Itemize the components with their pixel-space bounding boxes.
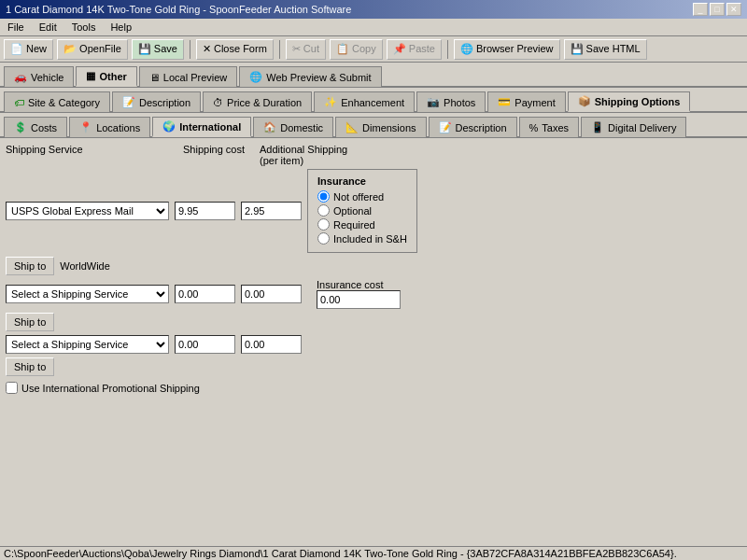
window-title: 1 Carat Diamond 14K Two-Tone Gold Ring -…: [6, 4, 351, 15]
domestic-icon: 🏠: [263, 121, 276, 133]
shipping-service-label: Shipping Service: [6, 144, 83, 155]
insurance-required-radio[interactable]: [317, 218, 330, 231]
insurance-cost-input[interactable]: [317, 290, 401, 309]
site-icon: 🏷: [14, 97, 24, 108]
dimensions-icon: 📐: [345, 121, 359, 133]
tab-row-3: 💲 Costs 📍 Locations 🌍 International 🏠 Do…: [0, 113, 747, 138]
photos-icon: 📷: [427, 96, 440, 108]
tab-taxes[interactable]: % Taxes: [519, 117, 580, 137]
digital-icon: 📱: [591, 121, 604, 133]
tab-other[interactable]: ▦ Other: [76, 66, 136, 87]
costs-icon: 💲: [14, 121, 27, 133]
tab-vehicle[interactable]: 🚗 Vehicle: [4, 66, 74, 87]
promotional-label: Use International Promotional Shipping: [21, 383, 200, 394]
shipping-service-select-1[interactable]: USPS Global Express Mail: [6, 202, 169, 220]
desc-icon: 📝: [122, 96, 135, 108]
promotional-row: Use International Promotional Shipping: [6, 382, 741, 394]
insurance-cost-label: Insurance cost: [317, 279, 384, 290]
tab-digital-delivery[interactable]: 📱 Digital Delivery: [581, 117, 686, 137]
other-icon: ▦: [86, 70, 95, 82]
tab-row-2: 🏷 Site & Category 📝 Description ⏱ Price …: [0, 88, 747, 113]
shipping-cost-label: Shipping cost: [183, 144, 245, 155]
window-controls[interactable]: _ □ ✕: [693, 3, 741, 16]
insurance-title: Insurance: [317, 175, 407, 187]
shipping-icon: 📦: [578, 95, 591, 107]
insurance-optional-row: Optional: [317, 204, 407, 217]
insurance-included-label: Included in S&H: [333, 233, 407, 245]
insurance-optional-radio[interactable]: [317, 204, 330, 217]
vehicle-icon: 🚗: [14, 71, 27, 83]
payment-icon: 💳: [498, 96, 511, 108]
insurance-required-row: Required: [317, 218, 407, 231]
insurance-included-row: Included in S&H: [317, 232, 407, 245]
title-bar: 1 Carat Diamond 14K Two-Tone Gold Ring -…: [0, 0, 747, 19]
copy-button[interactable]: 📋 Copy: [330, 39, 383, 60]
menu-file[interactable]: File: [4, 21, 28, 34]
tab-enhancement[interactable]: ✨ Enhancement: [314, 91, 415, 112]
tab-row-1: 🚗 Vehicle ▦ Other 🖥 Local Preview 🌐 Web …: [0, 63, 747, 88]
destination-label: WorldWide: [60, 260, 110, 272]
additional-cost-input-2[interactable]: [241, 285, 302, 303]
paste-button[interactable]: 📌 Paste: [387, 39, 442, 60]
additional-cost-input-3[interactable]: [241, 335, 302, 354]
close-button[interactable]: ✕: [726, 3, 741, 16]
status-text: C:\SpoonFeeder\Auctions\Qoba\Jewelry Rin…: [4, 548, 677, 559]
shipping-cost-input-2[interactable]: [175, 285, 235, 303]
tab-description[interactable]: 📝 Description: [112, 91, 201, 112]
ship-to-button-2[interactable]: Ship to: [6, 313, 54, 331]
save-html-button[interactable]: 💾 Save HTML: [564, 39, 647, 60]
insurance-not-offered-label: Not offered: [333, 191, 384, 203]
cut-button[interactable]: ✂ Cut: [286, 39, 326, 60]
save-button[interactable]: 💾 Save: [132, 39, 184, 60]
insurance-included-radio[interactable]: [317, 232, 330, 245]
shipping-service-select-2[interactable]: Select a Shipping Service: [6, 285, 169, 303]
locations-icon: 📍: [79, 121, 92, 133]
menu-bar: File Edit Tools Help: [0, 19, 747, 36]
form-area: Shipping Service Shipping cost Additiona…: [0, 138, 747, 399]
insurance-cost-box: Insurance cost: [317, 279, 401, 309]
promotional-checkbox[interactable]: [6, 382, 18, 394]
shipping-cost-input-1[interactable]: [175, 202, 235, 220]
taxes-icon: %: [529, 122, 539, 133]
menu-edit[interactable]: Edit: [35, 21, 61, 34]
insurance-required-label: Required: [333, 219, 375, 231]
tab-description2[interactable]: 📝 Description: [429, 117, 517, 137]
openfile-button[interactable]: 📂 OpenFile: [57, 39, 128, 60]
tab-web-preview[interactable]: 🌐 Web Preview & Submit: [239, 66, 381, 87]
tab-costs[interactable]: 💲 Costs: [4, 117, 67, 137]
tab-domestic[interactable]: 🏠 Domestic: [253, 117, 333, 137]
tab-dimensions[interactable]: 📐 Dimensions: [335, 117, 426, 137]
tab-shipping-options[interactable]: 📦 Shipping Options: [568, 91, 691, 112]
status-bar: C:\SpoonFeeder\Auctions\Qoba\Jewelry Rin…: [0, 546, 747, 560]
enhance-icon: ✨: [324, 96, 337, 108]
additional-cost-input-1[interactable]: [241, 202, 302, 220]
tab-price-duration[interactable]: ⏱ Price & Duration: [203, 91, 312, 112]
menu-help[interactable]: Help: [106, 21, 135, 34]
close-form-button[interactable]: ✕ Close Form: [196, 39, 274, 60]
minimize-button[interactable]: _: [693, 3, 708, 16]
tab-locations[interactable]: 📍 Locations: [69, 117, 150, 137]
ship-to-button-1[interactable]: Ship to: [6, 257, 54, 275]
ship-to-button-3[interactable]: Ship to: [6, 357, 54, 376]
toolbar: 📄 New 📂 OpenFile 💾 Save ✕ Close Form ✂ C…: [0, 36, 747, 63]
insurance-not-offered-row: Not offered: [317, 190, 407, 203]
local-preview-icon: 🖥: [149, 72, 160, 83]
insurance-not-offered-radio[interactable]: [317, 190, 330, 203]
additional-shipping-label: Additional Shipping: [260, 144, 347, 155]
desc2-icon: 📝: [439, 121, 452, 133]
menu-tools[interactable]: Tools: [68, 21, 100, 34]
tab-photos[interactable]: 📷 Photos: [416, 91, 486, 112]
shipping-cost-input-3[interactable]: [175, 335, 235, 354]
per-item-label: (per item): [260, 155, 303, 166]
tab-international[interactable]: 🌍 International: [152, 117, 251, 137]
browser-preview-button[interactable]: 🌐 Browser Preview: [454, 39, 560, 60]
international-icon: 🌍: [162, 120, 176, 133]
maximize-button[interactable]: □: [710, 3, 725, 16]
insurance-optional-label: Optional: [333, 205, 372, 217]
shipping-service-select-3[interactable]: Select a Shipping Service: [6, 335, 169, 354]
tab-local-preview[interactable]: 🖥 Local Preview: [139, 66, 237, 87]
web-preview-icon: 🌐: [249, 71, 262, 83]
tab-payment[interactable]: 💳 Payment: [487, 91, 565, 112]
tab-site-category[interactable]: 🏷 Site & Category: [4, 91, 110, 112]
new-button[interactable]: 📄 New: [4, 39, 53, 60]
